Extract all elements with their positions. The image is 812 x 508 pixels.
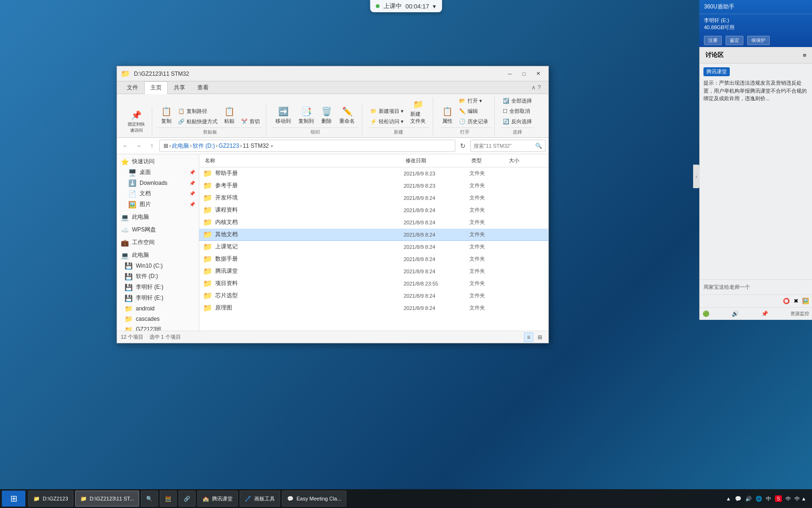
col-header-size[interactable]: 大小 bbox=[507, 157, 545, 164]
taskbar-item-tencent[interactable]: 🏫 腾讯课堂 bbox=[197, 491, 238, 507]
sidebar-item-wps[interactable]: ☁️ WPS网盘 bbox=[117, 224, 199, 235]
panel-action-protect[interactable]: 候保护 bbox=[747, 36, 770, 45]
ribbon-btn-invert[interactable]: 🔄 反向选择 bbox=[500, 117, 534, 127]
dropdown-arrow[interactable]: ▾ bbox=[433, 3, 436, 10]
image-icon[interactable]: 🖼️ bbox=[802, 298, 809, 304]
start-button[interactable]: ⊞ bbox=[2, 491, 25, 507]
close-button[interactable]: ✕ bbox=[531, 69, 545, 79]
ribbon-btn-edit[interactable]: ✏️ 编辑 bbox=[457, 106, 491, 116]
sidebar-item-desktop[interactable]: 🖥️ 桌面 📌 bbox=[125, 167, 199, 178]
taskbar-item-search[interactable]: 🔍 bbox=[141, 491, 158, 507]
top-timer-bar[interactable]: 上课中 00:04:17 ▾ bbox=[370, 0, 442, 12]
ribbon-btn-paste-shortcut[interactable]: 🔗 粘贴快捷方式 bbox=[176, 117, 220, 127]
sidebar-item-computer[interactable]: 💻 此电脑 bbox=[117, 250, 199, 261]
minimize-button[interactable]: ─ bbox=[503, 69, 516, 79]
panel-action-register[interactable]: 注册 bbox=[704, 36, 722, 45]
ribbon-btn-cut[interactable]: ✂️ 剪切 bbox=[239, 117, 262, 127]
refresh-button[interactable]: ↻ bbox=[457, 140, 468, 151]
search-input[interactable] bbox=[474, 143, 535, 149]
table-row[interactable]: 📁 参考手册 2021/8/9 8:23 文件夹 bbox=[199, 180, 548, 192]
sidebar-item-pictures[interactable]: 🖼️ 图片 📌 bbox=[125, 199, 199, 210]
search-box[interactable]: 🔍 bbox=[470, 140, 546, 152]
taskbar-item-link[interactable]: 🔗 bbox=[179, 491, 195, 507]
up-button[interactable]: ↑ bbox=[146, 140, 157, 151]
col-header-name[interactable]: 名称 bbox=[203, 157, 404, 164]
taskbar-icon-sound[interactable]: 🔊 bbox=[745, 496, 752, 502]
ribbon-btn-select-all[interactable]: ☑️ 全部选择 bbox=[500, 96, 534, 106]
table-row[interactable]: 📁 数据手册 2021/8/9 8:24 文件夹 bbox=[199, 253, 548, 265]
sidebar-item-android[interactable]: 📁 android bbox=[121, 303, 199, 314]
sidebar-item-win10c[interactable]: 💾 Win10 (C:) bbox=[121, 261, 199, 271]
search-icon[interactable]: 🔍 bbox=[535, 143, 542, 149]
table-row[interactable]: 📁 腾讯课堂 2021/8/9 8:24 文件夹 bbox=[199, 265, 548, 278]
path-arrow[interactable]: ▾ bbox=[271, 143, 273, 149]
taskbar-item-drawing[interactable]: 🖊️ 画板工具 bbox=[240, 491, 280, 507]
col-header-type[interactable]: 类型 bbox=[469, 157, 507, 164]
taskbar-item-calc[interactable]: 🧮 bbox=[160, 491, 177, 507]
panel-action-identify[interactable]: 鉴定 bbox=[726, 36, 743, 45]
taskbar-icon-network[interactable]: 🌐 bbox=[756, 496, 762, 502]
table-row[interactable]: 📁 内核文档 2021/8/9 8:24 文件夹 bbox=[199, 216, 548, 229]
back-button[interactable]: ← bbox=[120, 140, 131, 151]
table-row[interactable]: 📁 开发环境 2021/8/9 8:24 文件夹 bbox=[199, 192, 548, 204]
table-row[interactable]: 📁 原理图 2021/8/9 8:24 文件夹 bbox=[199, 302, 548, 314]
ribbon-btn-copy[interactable]: 📋 复制 bbox=[158, 104, 175, 127]
ribbon-btn-delete[interactable]: 🗑️ 删除 bbox=[318, 104, 335, 127]
sidebar-item-this-pc[interactable]: 💻 此电脑 bbox=[117, 212, 199, 222]
ribbon-btn-copy-path[interactable]: 📋 复制路径 bbox=[176, 106, 220, 116]
ribbon-btn-new-item[interactable]: 📁 新建项目 ▾ bbox=[368, 106, 406, 116]
ribbon-btn-properties[interactable]: 📋 属性 bbox=[439, 104, 456, 127]
path-computer[interactable]: 此电脑 bbox=[172, 142, 189, 150]
table-row[interactable]: 📁 芯片选型 2021/8/9 8:24 文件夹 bbox=[199, 290, 548, 302]
ribbon-tab-file[interactable]: 文件 bbox=[121, 81, 144, 94]
path-drive[interactable]: 软件 (D:) bbox=[193, 142, 215, 150]
ribbon-btn-history[interactable]: 🕒 历史记录 bbox=[457, 117, 491, 127]
x-icon[interactable]: ✖ bbox=[794, 298, 798, 304]
ribbon-btn-new-folder[interactable]: 📁 新建文件夹 bbox=[407, 97, 429, 127]
sidebar-item-downloads[interactable]: ⬇️ Downloads 📌 bbox=[125, 178, 199, 188]
sidebar-item-soft-d[interactable]: 💾 软件 (D:) bbox=[121, 271, 199, 282]
table-row[interactable]: 📁 项目资料 2021/8/8 23:55 文件夹 bbox=[199, 278, 548, 290]
expand-icon[interactable]: ≡ bbox=[803, 52, 806, 59]
taskbar-icon-sougou[interactable]: S bbox=[775, 495, 782, 502]
detail-view-button[interactable]: ⊞ bbox=[535, 333, 545, 342]
ribbon-help-btn[interactable]: ? bbox=[538, 84, 541, 91]
sidebar-item-gz2123ban[interactable]: 📁 GZ2123班 bbox=[121, 324, 199, 331]
taskbar-icon-triangle[interactable]: ▲ bbox=[726, 496, 731, 501]
sidebar-item-lmx-e2[interactable]: 💾 李明轩 (E:) bbox=[121, 293, 199, 303]
ribbon-collapse-btn[interactable]: ∧ bbox=[531, 84, 536, 91]
ribbon-btn-rename[interactable]: ✏️ 重命名 bbox=[336, 104, 358, 127]
pin-icon[interactable]: 📌 bbox=[761, 310, 768, 317]
ribbon-btn-paste[interactable]: 📋 粘贴 bbox=[221, 104, 238, 127]
table-row[interactable]: 📁 上课笔记 2021/8/9 8:24 文件夹 bbox=[199, 241, 548, 253]
table-row[interactable]: 📁 课程资料 2021/8/9 8:24 文件夹 bbox=[199, 204, 548, 216]
resource-monitor[interactable]: 资源监控 bbox=[790, 310, 809, 317]
ribbon-btn-copyto[interactable]: 📑 复制到 bbox=[295, 104, 317, 127]
ribbon-btn-open[interactable]: 📂 打开 ▾ bbox=[457, 96, 491, 106]
collapse-panel-button[interactable]: ‹ bbox=[693, 165, 700, 188]
maximize-button[interactable]: □ bbox=[517, 69, 531, 79]
list-view-button[interactable]: ≡ bbox=[524, 333, 533, 342]
ribbon-btn-moveto[interactable]: ➡️ 移动到 bbox=[272, 104, 294, 127]
taskbar-item-gz2123[interactable]: 📁 D:\GZ2123 bbox=[28, 491, 73, 507]
ribbon-btn-easy-access[interactable]: ⚡ 轻松访问 ▾ bbox=[368, 117, 406, 127]
taskbar-icon-chat[interactable]: 💬 bbox=[735, 496, 742, 502]
table-row[interactable]: 📁 其他文档 2021/8/9 8:24 文件夹 bbox=[199, 229, 548, 241]
ribbon-btn-deselect[interactable]: ☐ 全部取消 bbox=[500, 106, 534, 116]
ribbon-tab-view[interactable]: 查看 bbox=[191, 81, 215, 94]
ribbon-tab-home[interactable]: 主页 bbox=[144, 81, 168, 94]
table-row[interactable]: 📁 帮助手册 2021/8/9 8:23 文件夹 bbox=[199, 167, 548, 180]
address-path[interactable]: ⊞ › 此电脑 › 软件 (D:) › GZ2123 › 11 STM32 ▾ bbox=[159, 140, 455, 152]
circle-icon[interactable]: ⭕ bbox=[783, 298, 790, 304]
sidebar-item-workspace[interactable]: 💼 工作空间 bbox=[117, 237, 199, 248]
green-dot-icon[interactable]: 🟢 bbox=[703, 310, 710, 317]
volume-icon[interactable]: 🔊 bbox=[732, 310, 739, 317]
sidebar-item-cascades[interactable]: 📁 cascades bbox=[121, 314, 199, 324]
sidebar-item-documents[interactable]: 📄 文档 📌 bbox=[125, 188, 199, 199]
taskbar-icon-ime[interactable]: 中 bbox=[766, 495, 771, 502]
col-header-date[interactable]: 修改日期 bbox=[404, 157, 469, 164]
taskbar-ime-mode[interactable]: 中 bbox=[786, 495, 791, 502]
forward-button[interactable]: → bbox=[133, 140, 144, 151]
taskbar-item-stm32[interactable]: 📁 D:\GZ2123\11 ST... bbox=[75, 491, 139, 507]
ribbon-btn-fix-quick[interactable]: 📌 固定到快速访问 bbox=[125, 108, 148, 135]
